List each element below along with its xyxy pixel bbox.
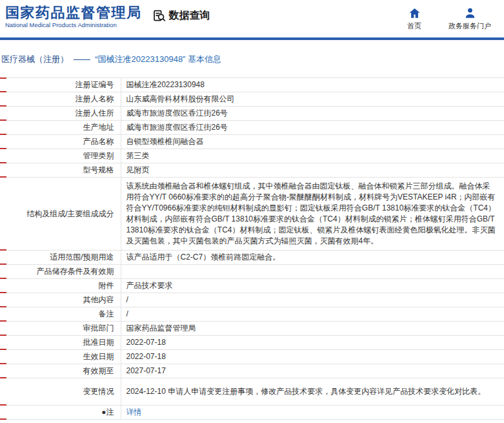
row-value: / (121, 293, 504, 307)
row-value: 该系统由颈椎融合器和椎体螺钉组成，其中颈椎融合器由固定钛板、融合体和锁紧片三部分… (121, 178, 504, 251)
row-value: 威海市旅游度假区香江街26号 (121, 121, 504, 135)
table-row: 结构及组成/主要组成成分 该系统由颈椎融合器和椎体螺钉组成，其中颈椎融合器由固定… (0, 178, 504, 251)
row-label: 生效日期 (0, 350, 121, 364)
nav-portal[interactable]: 政务服务门户 (449, 7, 491, 31)
table-row: ●注 详情 (0, 406, 504, 420)
table-row: 型号规格 见附页 (0, 163, 504, 178)
table-row: 注册人住所 威海市旅游度假区香江街26号 (0, 107, 504, 121)
home-icon (408, 7, 421, 19)
row-label: 型号规格 (0, 163, 121, 178)
logo-title: 国家药品监督管理局 (5, 5, 142, 21)
row-label: 变更情况 (0, 378, 121, 406)
breadcrumb-category[interactable]: 医疗器械（注册） (1, 54, 68, 64)
nav-home[interactable]: 首页 (399, 7, 429, 31)
row-label: 适用范围/预期用途 (0, 251, 121, 265)
row-label: 审批部门 (0, 322, 121, 336)
row-value: 国械注准20223130948 (121, 78, 504, 92)
page-header: 国家药品监督管理局 National Medical Products Admi… (0, 0, 504, 37)
row-value: 2022-07-18 (121, 350, 504, 364)
row-value: 2024-12-10 申请人申请变更注册事项，修改产品技术要求，具体变更内容详见… (121, 378, 504, 406)
breadcrumb: 医疗器械（注册） —— “国械注准20223130948” 基本信息 (0, 40, 504, 77)
row-value: 山东威高骨科材料股份有限公司 (121, 92, 504, 107)
user-icon (464, 7, 476, 19)
breadcrumb-separator: —— (74, 54, 90, 64)
row-label: 其他内容 (0, 293, 121, 307)
table-row: 变更情况 2024-12-10 申请人申请变更注册事项，修改产品技术要求，具体变… (0, 378, 504, 406)
row-value: 2022-07-18 (121, 336, 504, 350)
section-data-query: 数据查询 (152, 9, 210, 23)
row-label: 备注 (0, 307, 121, 322)
row-label: 产品名称 (0, 135, 121, 149)
row-label: 管理类别 (0, 149, 121, 163)
table-row: 生产地址 威海市旅游度假区香江街26号 (0, 121, 504, 135)
table-row: 注册人名称 山东威高骨科材料股份有限公司 (0, 92, 504, 107)
row-label: 产品储存条件及有效期 (0, 265, 121, 279)
table-row: 其他内容 / (0, 293, 504, 307)
row-label: 附件 (0, 279, 121, 293)
search-document-icon (152, 9, 166, 23)
row-label: 注册证编号 (0, 78, 121, 92)
nav-portal-label: 政务服务门户 (449, 21, 491, 31)
table-row: 生效日期 2022-07-18 (0, 350, 504, 364)
table-row: 产品名称 自锁型颈椎椎间融合器 (0, 135, 504, 149)
table-row: 管理类别 第三类 (0, 149, 504, 163)
row-label: 批准日期 (0, 336, 121, 350)
row-value: 第三类 (121, 149, 504, 163)
row-value: 威海市旅游度假区香江街26号 (121, 107, 504, 121)
row-value: / (121, 307, 504, 322)
row-label: 结构及组成/主要组成成分 (0, 178, 121, 251)
table-row: 注册证编号 国械注准20223130948 (0, 78, 504, 92)
logo-subtitle: National Medical Products Administration (5, 22, 142, 29)
section-title-label: 数据查询 (169, 9, 210, 23)
registration-info-table: 注册证编号 国械注准20223130948 注册人名称 山东威高骨科材料股份有限… (0, 77, 504, 420)
row-value: 详情 (121, 406, 504, 420)
row-label: 生产地址 (0, 121, 121, 135)
detail-link[interactable]: 详情 (126, 408, 142, 417)
row-label: ●注 (0, 406, 121, 420)
row-label: 有效期至 (0, 364, 121, 378)
table-row: 附件 产品技术要求 (0, 279, 504, 293)
table-row: 适用范围/预期用途 该产品适用于（C2-C7）颈椎前路固定融合。 (0, 251, 504, 265)
row-value: 自锁型颈椎椎间融合器 (121, 135, 504, 149)
row-label: 注册人名称 (0, 92, 121, 107)
row-value: 产品技术要求 (121, 279, 504, 293)
row-value: 该产品适用于（C2-C7）颈椎前路固定融合。 (121, 251, 504, 265)
row-value: 2027-07-17 (121, 364, 504, 378)
row-value (121, 265, 504, 279)
row-label: 注册人住所 (0, 107, 121, 121)
top-nav: 首页 政务服务门户 (399, 7, 491, 31)
table-row: 审批部门 国家药品监督管理局 (0, 322, 504, 336)
table-row: 备注 / (0, 307, 504, 322)
table-row: 有效期至 2027-07-17 (0, 364, 504, 378)
table-row: 批准日期 2022-07-18 (0, 336, 504, 350)
nav-home-label: 首页 (407, 21, 421, 31)
breadcrumb-current: “国械注准20223130948” 基本信息 (95, 54, 221, 64)
row-value: 国家药品监督管理局 (121, 322, 504, 336)
nmpa-logo: 国家药品监督管理局 National Medical Products Admi… (5, 5, 142, 29)
row-value: 见附页 (121, 163, 504, 178)
table-row: 产品储存条件及有效期 (0, 265, 504, 279)
